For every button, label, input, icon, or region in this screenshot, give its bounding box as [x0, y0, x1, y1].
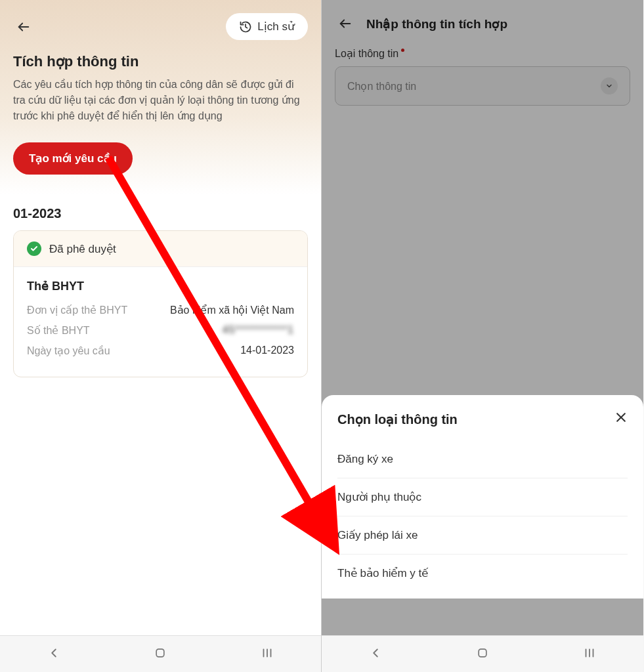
screen-input-form: Nhập thông tin tích hợp Loại thông tin C…: [322, 0, 643, 672]
back-button[interactable]: [13, 16, 34, 37]
card-body: Thẻ BHYT Đơn vị cấp thẻ BHYT Bảo hiểm xã…: [14, 267, 307, 377]
sheet-option-vehicle-registration[interactable]: Đăng ký xe: [337, 441, 628, 478]
close-button[interactable]: [614, 411, 628, 428]
nav-recent[interactable]: [260, 646, 274, 663]
info-value: 14-01-2023: [240, 345, 294, 357]
date-group-heading: 01-2023: [13, 206, 308, 221]
history-button[interactable]: Lịch sử: [226, 13, 308, 40]
nav-home[interactable]: [154, 646, 167, 662]
create-request-button[interactable]: Tạo mới yêu cầu: [13, 142, 133, 175]
square-icon: [476, 646, 489, 660]
info-row: Đơn vị cấp thẻ BHYT Bảo hiểm xã hội Việt…: [27, 304, 294, 316]
create-request-label: Tạo mới yêu cầu: [29, 152, 117, 165]
info-label: Đơn vị cấp thẻ BHYT: [27, 304, 127, 316]
svg-rect-8: [479, 649, 486, 657]
android-navbar: [0, 635, 321, 672]
bars-icon: [260, 646, 274, 660]
nav-home[interactable]: [476, 646, 489, 662]
sheet-option-dependents[interactable]: Người phụ thuộc: [337, 478, 628, 516]
sheet-option-health-insurance[interactable]: Thẻ bảo hiểm y tế: [337, 555, 628, 592]
bottom-sheet: Chọn loại thông tin Đăng ký xe Người phụ…: [322, 395, 643, 598]
bars-icon: [582, 646, 597, 660]
nav-back[interactable]: [47, 646, 61, 663]
right-main: Nhập thông tin tích hợp Loại thông tin C…: [322, 0, 643, 635]
check-circle-icon: [27, 242, 41, 256]
card-title: Thẻ BHYT: [27, 279, 294, 293]
card-status-row: Đã phê duyệt: [14, 231, 307, 267]
sheet-title: Chọn loại thông tin: [337, 411, 458, 427]
page-description: Các yêu cầu tích hợp thông tin của công …: [13, 77, 308, 124]
page-title: Tích hợp thông tin: [13, 53, 308, 70]
info-label: Số thẻ BHYT: [27, 324, 90, 337]
sheet-header: Chọn loại thông tin: [337, 411, 628, 428]
status-text: Đã phê duyệt: [49, 242, 116, 256]
info-value: Bảo hiểm xã hội Việt Nam: [170, 304, 294, 316]
info-value-masked: 45***********1: [223, 324, 294, 337]
header-gradient: Lịch sử Tích hợp thông tin Các yêu cầu t…: [0, 0, 321, 194]
info-label: Ngày tạo yêu cầu: [27, 345, 110, 357]
history-button-label: Lịch sử: [257, 20, 295, 33]
chevron-left-icon: [368, 646, 383, 660]
screen-integration-list: Lịch sử Tích hợp thông tin Các yêu cầu t…: [0, 0, 322, 672]
square-icon: [154, 646, 167, 660]
info-row: Ngày tạo yêu cầu 14-01-2023: [27, 345, 294, 357]
svg-rect-1: [157, 649, 165, 657]
arrow-left-icon: [16, 20, 31, 34]
nav-back[interactable]: [368, 646, 383, 663]
close-icon: [614, 411, 628, 424]
info-row: Số thẻ BHYT 45***********1: [27, 324, 294, 337]
history-icon: [239, 20, 252, 33]
chevron-left-icon: [47, 646, 61, 660]
nav-recent[interactable]: [582, 646, 597, 663]
request-card[interactable]: Đã phê duyệt Thẻ BHYT Đơn vị cấp thẻ BHY…: [13, 230, 308, 377]
sheet-option-drivers-license[interactable]: Giấy phép lái xe: [337, 516, 628, 555]
header-top-row: Lịch sử: [13, 13, 308, 40]
content-area: 01-2023 Đã phê duyệt Thẻ BHYT Đơn vị cấp…: [0, 194, 321, 635]
android-navbar: [322, 635, 643, 672]
